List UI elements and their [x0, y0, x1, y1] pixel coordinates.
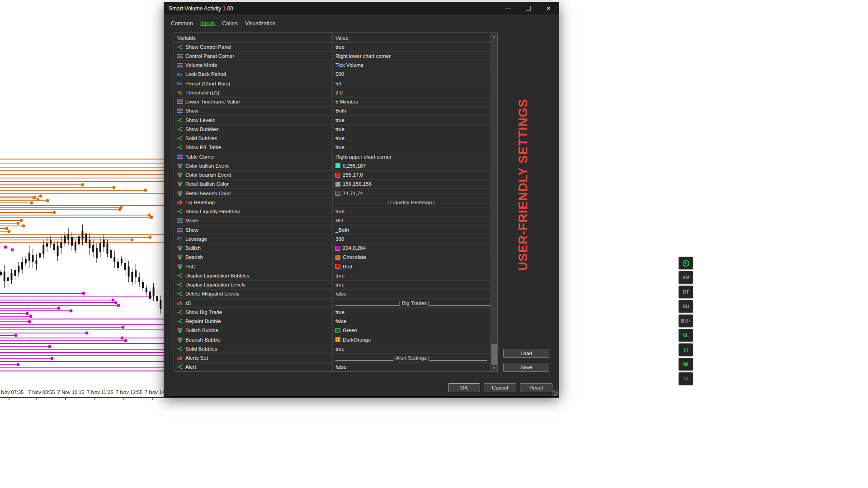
table-row[interactable]: 01Period (Chart Bars)50	[174, 79, 491, 88]
value-cell[interactable]: 0,255,187	[332, 161, 491, 170]
value-cell[interactable]: true	[332, 42, 491, 51]
table-row[interactable]: Repaint Bubblefalse	[174, 317, 491, 326]
toolbar-button-bu[interactable]: BU	[679, 300, 693, 313]
scroll-track[interactable]	[491, 40, 497, 365]
value-cell[interactable]: 255,17,0	[332, 171, 491, 179]
value-cell[interactable]: __________________| Liquidity Heatmap |_…	[332, 198, 491, 206]
value-cell[interactable]: true	[332, 308, 491, 316]
value-cell[interactable]: true	[332, 344, 491, 353]
scroll-thumb[interactable]	[491, 344, 497, 365]
table-row[interactable]: abLiq Heatmap__________________| Liquidi…	[174, 198, 491, 207]
table-row[interactable]: Display Liquidation Levelstrue	[174, 281, 491, 290]
tab-common[interactable]: Common	[171, 20, 193, 26]
table-row[interactable]: 01Leverage300	[174, 235, 491, 244]
value-cell[interactable]: HD	[332, 216, 491, 225]
table-row[interactable]: Show_Both	[174, 225, 491, 235]
toolbar-button-ta[interactable]: TA	[679, 372, 693, 385]
toolbar-button-buplus[interactable]: BU+	[679, 314, 693, 327]
tab-colors[interactable]: Colors	[222, 20, 238, 26]
table-row[interactable]: Alertfalse	[174, 363, 491, 371]
table-row[interactable]: Show Big Tradetrue	[174, 308, 491, 317]
table-row[interactable]: Volume ModeTick Volume	[174, 61, 491, 70]
value-cell[interactable]: true	[332, 116, 491, 124]
table-row[interactable]: Show Bubblestrue	[174, 125, 491, 134]
toolbar-button-record[interactable]	[679, 257, 693, 269]
value-cell[interactable]: 2.0	[332, 88, 491, 97]
value-cell[interactable]: Right upper chart corner	[332, 152, 491, 161]
value-cell[interactable]: Green	[332, 326, 491, 335]
toolbar-button-li[interactable]: LI	[679, 343, 693, 356]
value-cell[interactable]: false	[332, 290, 491, 298]
value-cell[interactable]: false	[332, 363, 491, 371]
tab-inputs[interactable]: Inputs	[200, 20, 215, 26]
value-cell[interactable]: DarkOrange	[332, 335, 491, 344]
table-row[interactable]: Retail bullish Color156,156,156	[174, 180, 491, 189]
scrollbar[interactable]: ▲ ▼	[491, 33, 497, 371]
table-row[interactable]: abs5______________________| Big Trades |…	[174, 299, 491, 308]
scroll-up-arrow[interactable]: ▲	[491, 33, 497, 40]
value-cell[interactable]: Both	[332, 107, 491, 115]
table-row[interactable]: Color bullish Event0,255,187	[174, 161, 491, 170]
value-cell[interactable]: 500	[332, 70, 491, 79]
toolbar-button-mi[interactable]: MI	[679, 358, 693, 371]
table-row[interactable]: ½Threshold (|Z|)2.0	[174, 88, 491, 97]
table-row[interactable]: Color bearish Event255,17,0	[174, 171, 491, 180]
value-cell[interactable]: true	[332, 271, 491, 280]
toolbar-button-sm[interactable]: SM	[679, 271, 693, 284]
table-row[interactable]: Control Panel CornerRight lower chart co…	[174, 52, 491, 61]
value-cell[interactable]: 156,156,156	[332, 180, 491, 188]
save-button[interactable]: Save	[503, 363, 549, 372]
value-cell[interactable]: Chocolate	[332, 253, 491, 262]
value-cell[interactable]: _Both	[332, 225, 491, 234]
value-cell[interactable]: ____________________| Alert Settings |__…	[332, 354, 491, 362]
table-row[interactable]: Show Liqudity Heatmaptrue	[174, 207, 491, 216]
column-header-value[interactable]: Value	[332, 33, 497, 42]
table-row[interactable]: Solid Bubblestrue	[174, 344, 491, 353]
table-row[interactable]: PoCRed	[174, 262, 491, 271]
column-header-variable[interactable]: Variable	[174, 35, 332, 41]
close-button[interactable]: ✕	[538, 2, 559, 14]
table-row[interactable]: Lower Timeframe Value5 Minutes	[174, 98, 491, 107]
value-cell[interactable]: 50	[332, 79, 491, 88]
value-cell[interactable]: true	[332, 125, 491, 133]
table-row[interactable]: BearishChocolate	[174, 253, 491, 262]
value-cell[interactable]: 204,0,204	[332, 244, 491, 253]
table-row[interactable]: Show Control Paneltrue	[174, 42, 491, 52]
table-row[interactable]: ModeHD	[174, 216, 491, 225]
value-cell[interactable]: Right lower chart corner	[332, 52, 491, 60]
reset-button[interactable]: Reset	[520, 383, 552, 392]
value-cell[interactable]: true	[332, 281, 491, 289]
table-row[interactable]: Retail bearish Color74,74,74	[174, 189, 491, 198]
value-cell[interactable]: 5 Minutes	[332, 98, 491, 106]
minimize-button[interactable]: —	[498, 2, 518, 14]
resize-grip[interactable]	[552, 390, 558, 396]
table-row[interactable]: Bearish BubbleDarkOrange	[174, 335, 491, 344]
value-cell[interactable]: 300	[332, 235, 491, 243]
value-cell[interactable]: Red	[332, 262, 491, 271]
value-cell[interactable]: Tick Volume	[332, 61, 491, 70]
table-row[interactable]: Show Levelstrue	[174, 116, 491, 125]
load-button[interactable]: Load	[503, 349, 549, 358]
table-row[interactable]: abAlerts Set____________________| Alert …	[174, 354, 491, 363]
table-row[interactable]: Delete Mitigated Levelsfalse	[174, 290, 491, 299]
scroll-down-arrow[interactable]: ▼	[491, 365, 497, 371]
value-cell[interactable]: 74,74,74	[332, 189, 491, 197]
table-row[interactable]: Solid Bubblestrue	[174, 134, 491, 143]
table-row[interactable]: Display Liquidation Bubblestrue	[174, 271, 491, 280]
value-cell[interactable]: true	[332, 207, 491, 216]
table-row[interactable]: Bullish204,0,204	[174, 244, 491, 253]
table-row[interactable]: Show P/L Tabletrue	[174, 143, 491, 152]
value-cell[interactable]: false	[332, 317, 491, 326]
value-cell[interactable]: true	[332, 143, 491, 152]
dialog-titlebar[interactable]: Smart Volume Activity 1.00 — ✕	[164, 2, 559, 14]
cancel-button[interactable]: Cancel	[484, 383, 516, 392]
table-row[interactable]: Table CornerRight upper chart corner	[174, 152, 491, 161]
ok-button[interactable]: OK	[448, 383, 480, 392]
table-row[interactable]: ShowBoth	[174, 107, 491, 116]
toolbar-button-vl[interactable]: VL	[679, 329, 693, 342]
tab-visualization[interactable]: Visualization	[245, 20, 275, 26]
toolbar-button-rt[interactable]: RT	[679, 286, 693, 298]
table-row[interactable]: Bullish BubbleGreen	[174, 326, 491, 335]
maximize-button[interactable]	[518, 2, 538, 14]
value-cell[interactable]: ______________________| Big Trades |____…	[332, 299, 491, 307]
